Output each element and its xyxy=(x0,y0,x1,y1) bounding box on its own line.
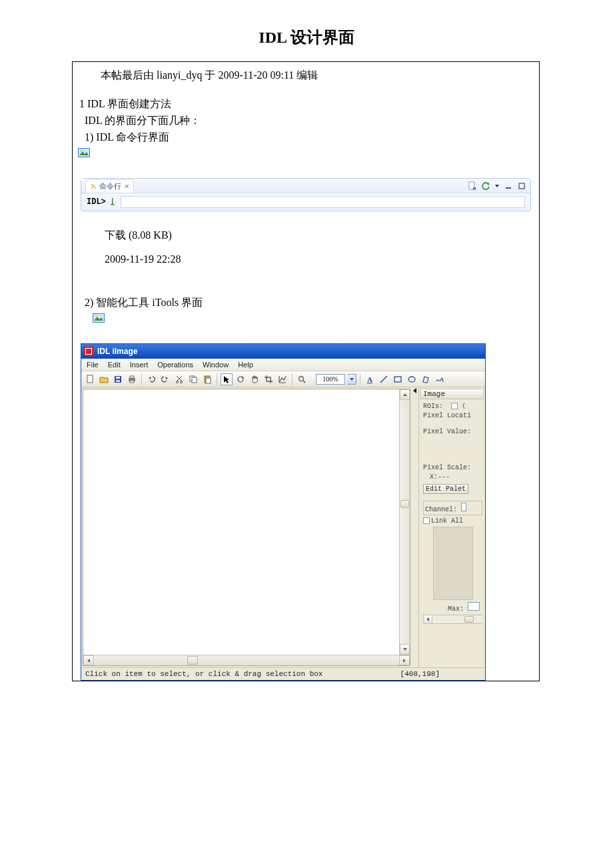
histogram-preview xyxy=(433,527,473,600)
profile-icon[interactable] xyxy=(277,373,289,385)
copy-icon[interactable] xyxy=(187,373,199,385)
svg-line-41 xyxy=(380,376,387,383)
refresh-icon[interactable] xyxy=(481,181,490,191)
svg-marker-48 xyxy=(403,659,406,663)
svg-rect-0 xyxy=(79,149,90,157)
window-titlebar[interactable]: IDL iImage xyxy=(81,344,485,359)
svg-text:A: A xyxy=(367,375,372,383)
svg-marker-49 xyxy=(413,388,416,393)
svg-marker-47 xyxy=(87,659,90,663)
zoom-icon[interactable] xyxy=(296,373,308,385)
menu-insert[interactable]: Insert xyxy=(130,361,149,369)
svg-rect-9 xyxy=(506,187,511,189)
image-placeholder-icon xyxy=(78,148,90,157)
svg-rect-19 xyxy=(87,375,93,383)
new-doc-icon[interactable]: x xyxy=(468,181,477,191)
cursor-coords: [408,198] xyxy=(400,670,440,678)
text-icon[interactable]: A xyxy=(364,373,376,385)
scroll-thumb[interactable] xyxy=(400,500,409,508)
menu-operations[interactable]: Operations xyxy=(157,361,193,369)
menu-help[interactable]: Help xyxy=(238,361,253,369)
svg-rect-25 xyxy=(130,381,134,383)
freehand-icon[interactable] xyxy=(434,373,446,385)
print-icon[interactable] xyxy=(126,373,138,385)
horizontal-scrollbar[interactable] xyxy=(83,655,410,665)
scroll-down-icon[interactable] xyxy=(400,644,410,655)
paste-icon[interactable] xyxy=(201,373,213,385)
scroll-left-icon[interactable] xyxy=(83,655,94,665)
text-line: 1) IDL 命令行界面 xyxy=(73,129,539,146)
vertical-scrollbar[interactable] xyxy=(399,389,410,655)
scroll-thumb[interactable] xyxy=(464,616,474,623)
tabbar-right-controls: x xyxy=(468,181,526,191)
svg-marker-26 xyxy=(149,377,151,379)
menu-bar: File Edit Insert Operations Window Help xyxy=(81,359,485,371)
canvas[interactable]: www.bdocx.com xyxy=(83,389,399,655)
svg-marker-27 xyxy=(165,377,168,379)
roi-rect-icon[interactable] xyxy=(451,403,458,409)
max-label: Max: xyxy=(448,605,464,613)
pixel-value-label: Pixel Value: xyxy=(423,428,482,435)
command-line-body: IDL> xyxy=(81,193,530,211)
link-all-checkbox[interactable] xyxy=(423,517,430,524)
cut-icon[interactable] xyxy=(173,373,185,385)
svg-rect-42 xyxy=(394,377,401,382)
undo-icon[interactable] xyxy=(145,373,157,385)
svg-rect-18 xyxy=(86,349,91,354)
menu-edit[interactable]: Edit xyxy=(108,361,121,369)
command-input[interactable] xyxy=(121,196,525,208)
open-icon[interactable] xyxy=(98,373,110,385)
zoom-input[interactable]: 100% xyxy=(316,374,345,385)
rois-label: ROIs: xyxy=(423,403,443,410)
rotate-icon[interactable] xyxy=(235,373,247,385)
scroll-left-icon[interactable] xyxy=(423,615,432,624)
side-panel-header: Image xyxy=(420,389,484,399)
scroll-right-icon[interactable] xyxy=(399,655,410,665)
scroll-thumb[interactable] xyxy=(187,656,198,665)
download-link[interactable]: 下载 (8.08 KB) xyxy=(73,217,539,247)
zoom-dropdown[interactable] xyxy=(347,374,356,385)
crop-icon[interactable] xyxy=(263,373,275,385)
line-icon[interactable] xyxy=(378,373,390,385)
new-icon[interactable] xyxy=(84,373,96,385)
maximize-icon[interactable] xyxy=(517,181,526,191)
pointer-icon[interactable] xyxy=(221,373,233,385)
svg-rect-22 xyxy=(116,380,120,382)
close-icon[interactable]: ✕ xyxy=(124,183,129,190)
oval-icon[interactable] xyxy=(406,373,418,385)
roi-more-icon[interactable]: ⟨ xyxy=(462,403,466,410)
max-input[interactable] xyxy=(468,602,480,611)
prompt-icon xyxy=(90,181,97,191)
dropdown-arrow-icon[interactable] xyxy=(494,181,500,191)
svg-marker-46 xyxy=(403,648,407,651)
minimize-icon[interactable] xyxy=(504,181,513,191)
edit-palette-button[interactable]: Edit Palet xyxy=(423,484,468,494)
menu-file[interactable]: File xyxy=(87,361,99,369)
scroll-track[interactable] xyxy=(432,615,482,624)
pan-icon[interactable] xyxy=(249,373,261,385)
panel-collapse-handle[interactable] xyxy=(412,387,418,667)
menu-window[interactable]: Window xyxy=(203,361,229,369)
toolbar: 100% A xyxy=(81,371,485,387)
tab-bar: 命令行 ✕ x xyxy=(81,179,530,193)
scroll-track[interactable] xyxy=(94,655,399,665)
window-title: IDL iImage xyxy=(97,347,137,356)
scroll-up-icon[interactable] xyxy=(400,389,410,400)
polygon-icon[interactable] xyxy=(420,373,432,385)
rectangle-icon[interactable] xyxy=(392,373,404,385)
svg-line-38 xyxy=(303,381,305,383)
svg-rect-13 xyxy=(93,314,105,323)
svg-rect-33 xyxy=(206,378,211,383)
svg-point-28 xyxy=(176,381,178,383)
svg-marker-45 xyxy=(403,393,407,396)
channel-select[interactable] xyxy=(461,503,466,511)
svg-rect-31 xyxy=(192,377,197,383)
redo-icon[interactable] xyxy=(159,373,171,385)
text-line: 2) 智能化工具 iTools 界面 xyxy=(73,295,539,311)
scroll-track[interactable] xyxy=(400,400,410,644)
status-bar: Click on item to select, or click & drag… xyxy=(81,667,485,680)
svg-marker-8 xyxy=(495,185,499,187)
save-icon[interactable] xyxy=(112,373,124,385)
side-horizontal-scrollbar[interactable] xyxy=(423,615,482,624)
tab-command-line[interactable]: 命令行 ✕ xyxy=(85,179,134,193)
